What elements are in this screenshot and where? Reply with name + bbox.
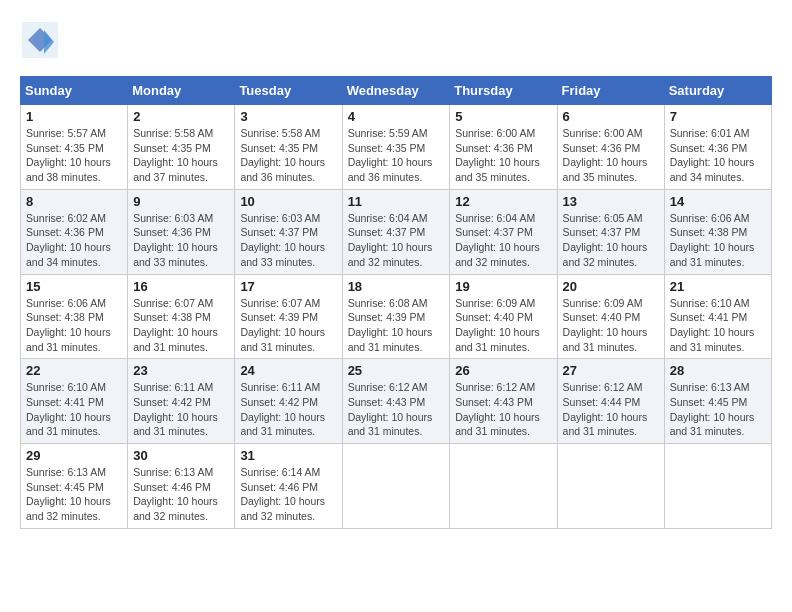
day-number: 3 [240,109,336,124]
sunset-label: Sunset: 4:46 PM [133,481,211,493]
daylight-label: Daylight: 10 hours and 31 minutes. [563,326,648,353]
day-number: 14 [670,194,766,209]
daylight-label: Daylight: 10 hours and 31 minutes. [670,326,755,353]
sunset-label: Sunset: 4:36 PM [26,226,104,238]
sunset-label: Sunset: 4:35 PM [348,142,426,154]
sunset-label: Sunset: 4:37 PM [455,226,533,238]
daylight-label: Daylight: 10 hours and 31 minutes. [133,411,218,438]
table-row: 10 Sunrise: 6:03 AM Sunset: 4:37 PM Dayl… [235,189,342,274]
table-row: 19 Sunrise: 6:09 AM Sunset: 4:40 PM Dayl… [450,274,557,359]
table-row: 13 Sunrise: 6:05 AM Sunset: 4:37 PM Dayl… [557,189,664,274]
sunrise-label: Sunrise: 6:07 AM [240,297,320,309]
daylight-label: Daylight: 10 hours and 31 minutes. [348,411,433,438]
day-info: Sunrise: 6:11 AM Sunset: 4:42 PM Dayligh… [133,380,229,439]
day-number: 30 [133,448,229,463]
table-row: 20 Sunrise: 6:09 AM Sunset: 4:40 PM Dayl… [557,274,664,359]
day-info: Sunrise: 6:04 AM Sunset: 4:37 PM Dayligh… [455,211,551,270]
day-info: Sunrise: 6:12 AM Sunset: 4:43 PM Dayligh… [455,380,551,439]
day-number: 21 [670,279,766,294]
sunrise-label: Sunrise: 6:14 AM [240,466,320,478]
sunrise-label: Sunrise: 6:08 AM [348,297,428,309]
calendar-row: 1 Sunrise: 5:57 AM Sunset: 4:35 PM Dayli… [21,105,772,190]
daylight-label: Daylight: 10 hours and 32 minutes. [240,495,325,522]
col-wednesday: Wednesday [342,77,450,105]
sunrise-label: Sunrise: 5:57 AM [26,127,106,139]
daylight-label: Daylight: 10 hours and 32 minutes. [455,241,540,268]
sunset-label: Sunset: 4:36 PM [563,142,641,154]
sunset-label: Sunset: 4:39 PM [240,311,318,323]
table-row: 22 Sunrise: 6:10 AM Sunset: 4:41 PM Dayl… [21,359,128,444]
day-info: Sunrise: 6:06 AM Sunset: 4:38 PM Dayligh… [26,296,122,355]
day-number: 6 [563,109,659,124]
sunset-label: Sunset: 4:42 PM [133,396,211,408]
daylight-label: Daylight: 10 hours and 31 minutes. [348,326,433,353]
sunrise-label: Sunrise: 6:00 AM [455,127,535,139]
day-info: Sunrise: 6:00 AM Sunset: 4:36 PM Dayligh… [563,126,659,185]
table-row: 29 Sunrise: 6:13 AM Sunset: 4:45 PM Dayl… [21,444,128,529]
sunset-label: Sunset: 4:41 PM [670,311,748,323]
daylight-label: Daylight: 10 hours and 34 minutes. [26,241,111,268]
col-saturday: Saturday [664,77,771,105]
sunset-label: Sunset: 4:40 PM [563,311,641,323]
sunset-label: Sunset: 4:38 PM [133,311,211,323]
daylight-label: Daylight: 10 hours and 36 minutes. [348,156,433,183]
table-row: 31 Sunrise: 6:14 AM Sunset: 4:46 PM Dayl… [235,444,342,529]
table-row [664,444,771,529]
day-info: Sunrise: 6:14 AM Sunset: 4:46 PM Dayligh… [240,465,336,524]
day-info: Sunrise: 6:07 AM Sunset: 4:38 PM Dayligh… [133,296,229,355]
daylight-label: Daylight: 10 hours and 32 minutes. [348,241,433,268]
day-info: Sunrise: 5:59 AM Sunset: 4:35 PM Dayligh… [348,126,445,185]
table-row [557,444,664,529]
daylight-label: Daylight: 10 hours and 31 minutes. [240,326,325,353]
col-sunday: Sunday [21,77,128,105]
sunset-label: Sunset: 4:39 PM [348,311,426,323]
daylight-label: Daylight: 10 hours and 31 minutes. [133,326,218,353]
daylight-label: Daylight: 10 hours and 31 minutes. [455,326,540,353]
table-row: 9 Sunrise: 6:03 AM Sunset: 4:36 PM Dayli… [128,189,235,274]
sunset-label: Sunset: 4:35 PM [26,142,104,154]
day-info: Sunrise: 6:10 AM Sunset: 4:41 PM Dayligh… [26,380,122,439]
daylight-label: Daylight: 10 hours and 32 minutes. [133,495,218,522]
day-info: Sunrise: 6:04 AM Sunset: 4:37 PM Dayligh… [348,211,445,270]
day-info: Sunrise: 6:13 AM Sunset: 4:45 PM Dayligh… [670,380,766,439]
sunset-label: Sunset: 4:45 PM [670,396,748,408]
sunset-label: Sunset: 4:36 PM [133,226,211,238]
sunset-label: Sunset: 4:38 PM [26,311,104,323]
day-number: 23 [133,363,229,378]
day-number: 8 [26,194,122,209]
sunset-label: Sunset: 4:36 PM [455,142,533,154]
day-info: Sunrise: 6:13 AM Sunset: 4:45 PM Dayligh… [26,465,122,524]
sunrise-label: Sunrise: 6:10 AM [26,381,106,393]
daylight-label: Daylight: 10 hours and 35 minutes. [563,156,648,183]
calendar-row: 8 Sunrise: 6:02 AM Sunset: 4:36 PM Dayli… [21,189,772,274]
page-header [20,20,772,60]
day-number: 9 [133,194,229,209]
sunset-label: Sunset: 4:36 PM [670,142,748,154]
day-number: 19 [455,279,551,294]
sunrise-label: Sunrise: 6:11 AM [133,381,213,393]
sunrise-label: Sunrise: 6:02 AM [26,212,106,224]
day-info: Sunrise: 6:05 AM Sunset: 4:37 PM Dayligh… [563,211,659,270]
day-number: 18 [348,279,445,294]
calendar-row: 15 Sunrise: 6:06 AM Sunset: 4:38 PM Dayl… [21,274,772,359]
table-row: 18 Sunrise: 6:08 AM Sunset: 4:39 PM Dayl… [342,274,450,359]
day-info: Sunrise: 6:09 AM Sunset: 4:40 PM Dayligh… [455,296,551,355]
daylight-label: Daylight: 10 hours and 31 minutes. [670,241,755,268]
sunset-label: Sunset: 4:43 PM [455,396,533,408]
daylight-label: Daylight: 10 hours and 33 minutes. [133,241,218,268]
daylight-label: Daylight: 10 hours and 33 minutes. [240,241,325,268]
table-row: 21 Sunrise: 6:10 AM Sunset: 4:41 PM Dayl… [664,274,771,359]
table-row: 11 Sunrise: 6:04 AM Sunset: 4:37 PM Dayl… [342,189,450,274]
day-number: 28 [670,363,766,378]
calendar-row: 29 Sunrise: 6:13 AM Sunset: 4:45 PM Dayl… [21,444,772,529]
day-number: 16 [133,279,229,294]
day-info: Sunrise: 6:01 AM Sunset: 4:36 PM Dayligh… [670,126,766,185]
sunset-label: Sunset: 4:40 PM [455,311,533,323]
daylight-label: Daylight: 10 hours and 37 minutes. [133,156,218,183]
sunset-label: Sunset: 4:42 PM [240,396,318,408]
logo [20,20,64,60]
day-info: Sunrise: 6:12 AM Sunset: 4:43 PM Dayligh… [348,380,445,439]
sunrise-label: Sunrise: 6:01 AM [670,127,750,139]
day-number: 17 [240,279,336,294]
day-number: 15 [26,279,122,294]
